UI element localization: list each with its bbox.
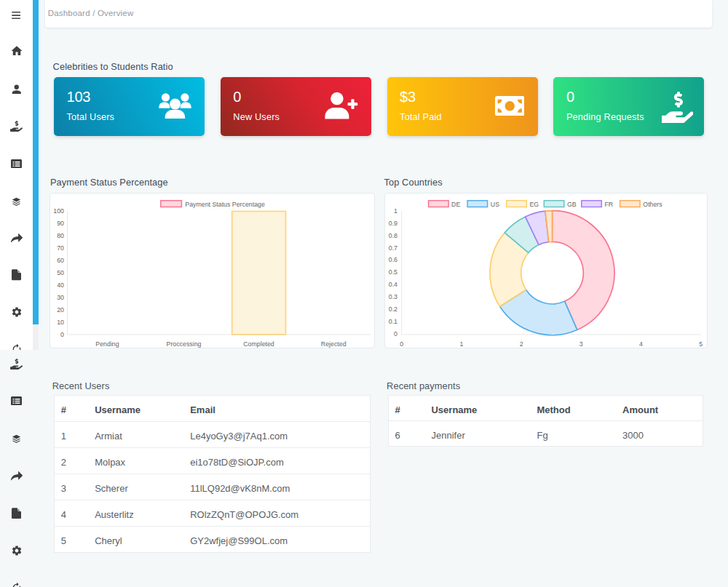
svg-text:0: 0	[60, 331, 64, 338]
svg-text:0.5: 0.5	[389, 268, 397, 276]
svg-text:0.6: 0.6	[389, 256, 397, 263]
svg-text:30: 30	[57, 294, 64, 301]
svg-text:EG: EG	[530, 200, 539, 207]
svg-text:0.3: 0.3	[389, 293, 397, 300]
svg-text:FR: FR	[604, 200, 613, 207]
svg-text:GB: GB	[567, 200, 577, 207]
svg-text:70: 70	[57, 244, 64, 252]
svg-text:Others: Others	[643, 200, 662, 207]
svg-text:US: US	[491, 200, 499, 207]
svg-text:0: 0	[400, 340, 403, 347]
svg-text:80: 80	[57, 232, 64, 239]
svg-text:20: 20	[57, 306, 64, 314]
svg-text:1: 1	[394, 207, 397, 214]
svg-text:Proccessing: Proccessing	[167, 340, 202, 347]
svg-text:0.8: 0.8	[389, 231, 397, 239]
svg-text:0: 0	[394, 330, 397, 338]
svg-text:Rejected: Rejected	[321, 340, 347, 347]
svg-text:100: 100	[53, 207, 64, 215]
svg-text:3: 3	[579, 340, 583, 347]
svg-text:Completed: Completed	[243, 340, 274, 347]
svg-text:40: 40	[57, 281, 64, 289]
svg-text:0.7: 0.7	[389, 244, 397, 251]
svg-text:DE: DE	[451, 200, 460, 207]
svg-text:4: 4	[639, 340, 643, 347]
svg-text:Pending: Pending	[95, 340, 119, 347]
svg-text:0.9: 0.9	[389, 219, 397, 226]
svg-text:10: 10	[57, 319, 64, 326]
svg-text:0.2: 0.2	[389, 306, 397, 313]
svg-text:1: 1	[459, 340, 463, 347]
svg-text:2: 2	[520, 340, 523, 347]
svg-text:0.1: 0.1	[389, 318, 397, 325]
svg-text:5: 5	[699, 340, 703, 347]
svg-text:50: 50	[57, 269, 64, 276]
svg-text:90: 90	[57, 220, 64, 227]
svg-text:0.4: 0.4	[389, 281, 397, 288]
svg-text:Payment Status Percentage: Payment Status Percentage	[185, 200, 265, 207]
svg-text:60: 60	[57, 257, 64, 264]
